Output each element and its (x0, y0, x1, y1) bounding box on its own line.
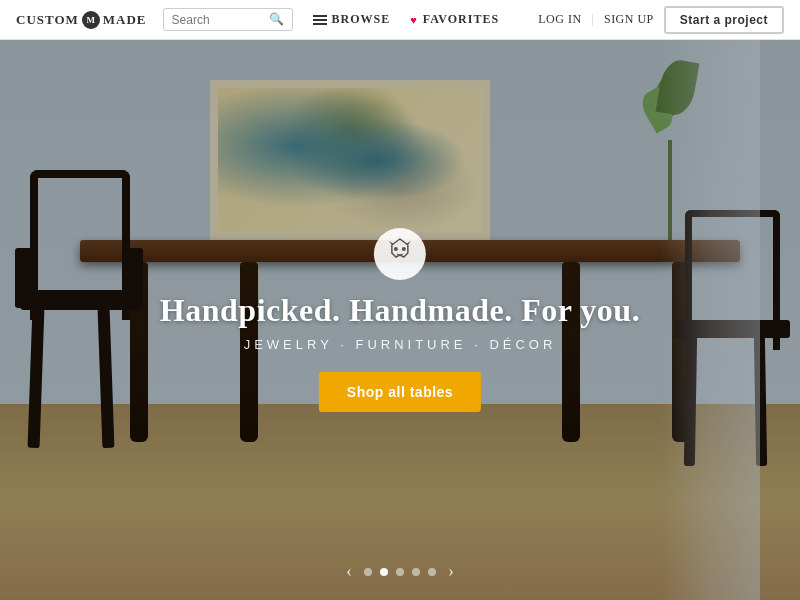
search-box[interactable]: 🔍 (163, 8, 293, 31)
logo-badge: M (82, 11, 100, 29)
brand-icon-svg (384, 235, 416, 267)
carousel-dot-2[interactable] (380, 568, 388, 576)
hero-logo-circle (374, 228, 426, 280)
search-icon: 🔍 (269, 12, 284, 27)
navbar: CUSTOM M MADE 🔍 BROWSE ♥ FAVORITES LOG I… (0, 0, 800, 40)
search-input[interactable] (172, 13, 269, 27)
hero-section: Handpicked. Handmade. For you. JEWELRY ·… (0, 40, 800, 600)
hero-title: Handpicked. Handmade. For you. (160, 292, 640, 329)
start-project-button[interactable]: Start a project (664, 6, 784, 34)
carousel-dot-5[interactable] (428, 568, 436, 576)
svg-point-1 (402, 247, 406, 251)
hero-logo-icon (384, 235, 416, 273)
hero-content: Handpicked. Handmade. For you. JEWELRY ·… (160, 228, 640, 412)
heart-icon: ♥ (410, 14, 418, 26)
signup-link[interactable]: SIGN UP (604, 12, 654, 27)
nav-divider: | (592, 12, 594, 27)
nav-links: BROWSE ♥ FAVORITES (313, 12, 539, 27)
browse-nav-item[interactable]: BROWSE (313, 12, 391, 27)
browse-icon (313, 15, 327, 25)
favorites-nav-item[interactable]: ♥ FAVORITES (410, 12, 499, 27)
nav-right: LOG IN | SIGN UP Start a project (538, 6, 784, 34)
carousel-next-button[interactable]: › (444, 561, 458, 582)
logo-text-right: MADE (103, 12, 147, 28)
browse-label: BROWSE (332, 12, 391, 27)
logo-text-left: CUSTOM (16, 12, 79, 28)
carousel-controls: ‹ › (342, 561, 458, 582)
hero-subtitle: JEWELRY · FURNITURE · DÉCOR (160, 337, 640, 352)
carousel-dot-1[interactable] (364, 568, 372, 576)
logo[interactable]: CUSTOM M MADE (16, 11, 147, 29)
carousel-dot-3[interactable] (396, 568, 404, 576)
favorites-label: FAVORITES (423, 12, 499, 27)
shop-all-tables-button[interactable]: Shop all tables (319, 372, 481, 412)
carousel-prev-button[interactable]: ‹ (342, 561, 356, 582)
carousel-dot-4[interactable] (412, 568, 420, 576)
login-link[interactable]: LOG IN (538, 12, 581, 27)
svg-point-0 (394, 247, 398, 251)
